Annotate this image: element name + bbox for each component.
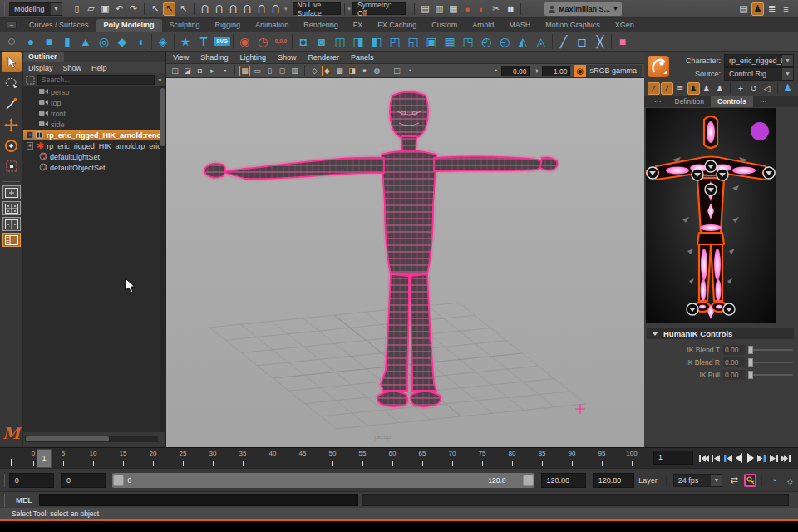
shelf-tab-curves-surfaces[interactable]: Curves / Surfaces bbox=[22, 19, 96, 32]
remesh-icon[interactable]: ▦ bbox=[441, 32, 459, 50]
step-forward-frame-button[interactable] bbox=[768, 451, 779, 465]
go-to-start-button[interactable] bbox=[698, 451, 709, 465]
camera-select-icon[interactable]: ◫ bbox=[170, 66, 180, 76]
outliner-persp-layout[interactable] bbox=[2, 233, 21, 247]
range-start-handle[interactable] bbox=[113, 475, 124, 486]
resolution-gate-icon[interactable]: ▯ bbox=[264, 66, 275, 76]
shelf-minimize-button[interactable]: – bbox=[7, 21, 17, 29]
play-backwards-button[interactable] bbox=[733, 451, 744, 465]
stance-pose-icon[interactable]: ♟ bbox=[701, 82, 713, 95]
boolean-difference-icon[interactable]: ◙ bbox=[313, 32, 331, 50]
gamma-toggle-icon[interactable]: ◑ bbox=[530, 66, 541, 76]
viewport-menu-shading[interactable]: Shading bbox=[200, 53, 228, 62]
slider-value[interactable]: 0.00 bbox=[723, 370, 745, 380]
step-forward-key-button[interactable] bbox=[756, 451, 767, 465]
range-slider[interactable]: 0 120.8 bbox=[112, 473, 534, 488]
smooth-shade-icon[interactable]: ◆ bbox=[322, 66, 332, 76]
humanik-tab-[interactable]: ··· bbox=[648, 96, 668, 107]
fps-dropdown[interactable]: 24 fps ▼ bbox=[673, 474, 723, 487]
filter-icon[interactable] bbox=[26, 76, 35, 85]
snap-grid-icon[interactable]: ⋂ bbox=[199, 2, 211, 16]
outliner-item-defaultlightset[interactable]: defaultLightSet bbox=[23, 151, 160, 162]
default-material-icon[interactable]: ● bbox=[359, 66, 370, 76]
viewport-canvas[interactable]: persp bbox=[166, 78, 644, 447]
extrude-icon[interactable]: ◧ bbox=[367, 32, 386, 50]
shelf-tab-rendering[interactable]: Rendering bbox=[296, 19, 346, 32]
current-frame-field[interactable]: 1 bbox=[653, 451, 693, 465]
camera-lock-icon[interactable]: ◪ bbox=[182, 66, 193, 76]
origin-coords-icon[interactable]: 0,0,0 bbox=[272, 32, 290, 50]
outliner-item-defaultobjectset[interactable]: defaultObjectSet bbox=[23, 162, 160, 173]
symmetry-field[interactable]: Symmetry: Off bbox=[352, 2, 406, 15]
poly-disc-icon[interactable]: ◖ bbox=[131, 32, 150, 50]
select-hierarchy-icon[interactable]: ↖ bbox=[149, 2, 161, 16]
playback-end-field[interactable]: 120.80 bbox=[541, 473, 586, 488]
render-view-icon[interactable]: ▤ bbox=[419, 2, 431, 16]
chevron-down-icon[interactable]: ▼ bbox=[157, 77, 163, 83]
character-dropdown[interactable]: rp_eric_rigged_HIK_arnold ▼ bbox=[724, 54, 794, 67]
time-slider-track[interactable]: 1 05101520253035404550556065707580859095… bbox=[0, 448, 653, 469]
playback-loop-icon[interactable]: ⇄ bbox=[727, 474, 740, 487]
character-representation-icon[interactable]: ♟ bbox=[687, 82, 700, 95]
aux-effector-icon[interactable]: ∕ bbox=[661, 82, 673, 95]
exposure-field[interactable]: 0.00 bbox=[501, 66, 530, 76]
mute-icon[interactable]: ◁ bbox=[761, 82, 773, 95]
outliner-menu-show[interactable]: Show bbox=[63, 64, 82, 72]
humanik-tab-[interactable]: ··· bbox=[753, 96, 774, 107]
super-shape-icon[interactable]: ★ bbox=[176, 32, 195, 50]
textured-icon[interactable]: ▩ bbox=[334, 66, 345, 76]
outliner-vertical-scrollbar[interactable] bbox=[160, 86, 165, 432]
shelf-tab-custom[interactable]: Custom bbox=[424, 19, 465, 32]
animation-end-field[interactable]: 120.80 bbox=[593, 473, 635, 488]
slider-value[interactable]: 0.00 bbox=[723, 357, 745, 367]
slider-track[interactable] bbox=[753, 362, 793, 363]
wire-on-shaded-icon[interactable]: ◨ bbox=[347, 66, 357, 76]
poly-cone-icon[interactable]: ▲ bbox=[76, 32, 95, 50]
crease-icon[interactable]: ◵ bbox=[495, 32, 514, 50]
outliner-item-front[interactable]: front bbox=[23, 108, 160, 119]
viewport-menu-view[interactable]: View bbox=[173, 53, 189, 62]
pause-icon[interactable]: ▮▮ bbox=[504, 2, 516, 16]
command-language-label[interactable]: MEL bbox=[16, 495, 32, 505]
lasso-tool[interactable] bbox=[2, 73, 22, 93]
fill-hole-icon[interactable]: ▣ bbox=[422, 32, 441, 50]
wireframe-icon[interactable]: ◇ bbox=[309, 66, 320, 76]
command-result-field[interactable] bbox=[362, 494, 789, 506]
select-object-icon[interactable]: ↖ bbox=[163, 2, 175, 16]
user-account-chip[interactable]: Maximilian S... ▼ bbox=[544, 2, 622, 16]
smooth-icon[interactable]: ◬ bbox=[532, 32, 550, 50]
shelf-popup-icon[interactable] bbox=[8, 38, 15, 45]
snap-projected-center-icon[interactable]: ⋂ bbox=[241, 2, 254, 16]
add-keying-group-icon[interactable]: + bbox=[734, 82, 746, 95]
shelf-tab-sculpting[interactable]: Sculpting bbox=[162, 19, 208, 32]
sidebar-modeling-toolkit-icon[interactable]: ▤ bbox=[737, 2, 750, 16]
viewport-menu-lighting[interactable]: Lighting bbox=[239, 53, 266, 62]
step-back-frame-button[interactable] bbox=[710, 451, 721, 465]
step-back-key-button[interactable] bbox=[722, 451, 732, 465]
menu-set-dropdown[interactable]: Modeling ▼ bbox=[9, 2, 62, 16]
film-gate-icon[interactable]: ▭ bbox=[252, 66, 263, 76]
mirror-icon[interactable]: ◭ bbox=[514, 32, 532, 50]
viewport-menu-show[interactable]: Show bbox=[278, 53, 297, 62]
refresh-character-icon[interactable]: ↺ bbox=[747, 82, 760, 95]
outliner-item-rp-eric-rigged-hik-arnold-rp-eric-rig[interactable]: +∗rp_eric_rigged_HIK_arnold:rp_eric_rig bbox=[23, 140, 160, 151]
new-scene-icon[interactable]: ▯ bbox=[71, 2, 83, 16]
select-tool[interactable] bbox=[2, 52, 22, 72]
scale-tool[interactable] bbox=[2, 156, 22, 176]
grid-icon[interactable]: ▦ bbox=[239, 66, 250, 76]
redo-icon[interactable]: ↷ bbox=[127, 2, 140, 16]
edit-edge-flow-icon[interactable]: ◻ bbox=[573, 32, 591, 50]
combine-icon[interactable]: ◫ bbox=[331, 32, 349, 50]
exposure-icon[interactable]: ◔ bbox=[404, 66, 415, 76]
sidebar-attribute-editor-icon[interactable]: ≡ bbox=[780, 2, 792, 16]
gamma-field[interactable]: 1.00 bbox=[542, 66, 570, 76]
render-settings-icon[interactable]: ● bbox=[461, 2, 474, 16]
chevron-down-icon[interactable]: ▾ bbox=[348, 6, 352, 12]
make-live-icon[interactable]: ⋂ bbox=[269, 2, 282, 16]
live-surface-field[interactable]: No Live Surface bbox=[293, 2, 341, 15]
motion-trail-icon[interactable]: ◷ bbox=[254, 32, 272, 50]
body-part-keying-icon[interactable]: ∕ bbox=[648, 82, 660, 95]
outliner-title[interactable]: Outliner bbox=[23, 52, 64, 62]
separate-icon[interactable]: ◨ bbox=[349, 32, 367, 50]
open-scene-icon[interactable]: ▱ bbox=[85, 2, 97, 16]
